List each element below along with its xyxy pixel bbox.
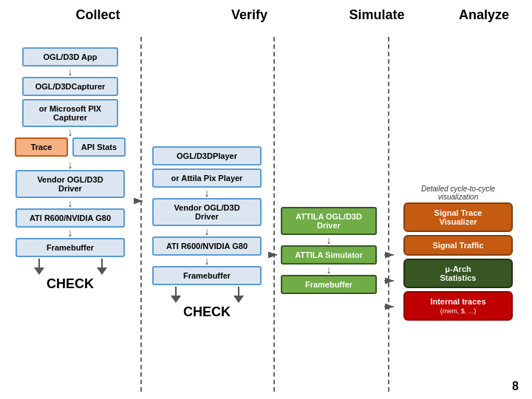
sim-framebuffer: Framebuffer — [281, 275, 377, 294]
collect-vendor-driver: Vendor OGL/D3DDriver — [16, 170, 125, 198]
uarch-statistics: μ-ArchStatistics — [403, 259, 513, 288]
phase-verify: Verify — [181, 7, 318, 23]
verify-arrow-framebuffer: ↓ — [144, 256, 270, 266]
phase-analyze: Analyze — [436, 7, 532, 23]
trace-box: Trace — [15, 137, 68, 157]
arrow-driver-gpu: ↓ — [7, 198, 133, 208]
arrow-app-capturer: ↓ — [7, 66, 133, 77]
verify-column: OGL/D3DPlayer or Attila Pix Player ↓ Ven… — [144, 44, 270, 384]
page-number: 8 — [512, 380, 519, 393]
verify-gpu: ATI R600/NVIDIA G80 — [152, 236, 262, 256]
internal-traces: Internal traces(mem, $, ...) — [403, 291, 513, 321]
collect-gpu: ATI R600/NVIDIA G80 — [16, 208, 125, 228]
main-content: OGL/D3D App ↓ OGL/D3DCapturer or Microso… — [0, 37, 532, 392]
phase-simulate: Simulate — [325, 7, 429, 23]
detail-text: Detailed cycle-to-cyclevisualization — [395, 185, 521, 201]
arrow-trace-driver: ↓ — [7, 160, 133, 170]
collect-check-arrow-left — [34, 267, 44, 275]
collect-check: CHECK — [7, 276, 133, 292]
ogl-app-box: OGL/D3D App — [22, 47, 118, 66]
collect-check-arrow-right — [97, 267, 107, 275]
verify-check: CHECK — [144, 304, 270, 320]
collect-framebuffer: Framebuffer — [16, 238, 125, 257]
phase-collect: Collect — [30, 7, 166, 23]
api-stats-box: API Stats — [72, 137, 126, 157]
verify-vendor-driver: Vendor OGL/D3DDriver — [152, 198, 262, 226]
verify-framebuffer: Framebuffer — [152, 266, 262, 285]
attila-simulator-box: ATTILA Simulator — [281, 245, 377, 265]
ogl-capturer-box: OGL/D3DCapturer — [22, 77, 118, 96]
verify-arrow-gpu: ↓ — [144, 226, 270, 236]
attila-driver-box: ATTILA OGL/D3DDriver — [281, 207, 377, 235]
verify-check-arrow-left — [171, 296, 181, 303]
arrow-capturer-trace: ↓ — [7, 127, 133, 137]
verify-check-arrow-right — [233, 296, 244, 303]
attila-player-box: or Attila Pix Player — [152, 168, 262, 188]
arrow-gpu-framebuffer: ↓ — [7, 228, 133, 238]
signal-traffic: Signal Traffic — [403, 235, 513, 256]
sim-arrow-framebuffer: ↓ — [277, 265, 381, 275]
signal-trace-visualizer: Signal TraceVisualizer — [403, 202, 513, 232]
verify-arrow-driver: ↓ — [144, 188, 270, 198]
microsoft-pix-box: or Microsoft PIXCapturer — [22, 99, 118, 127]
sim-arrow-simulator: ↓ — [277, 235, 381, 245]
ogl-player-box: OGL/D3DPlayer — [152, 146, 262, 166]
analyze-column: Detailed cycle-to-cyclevisualization Sig… — [395, 44, 521, 384]
simulate-column: ATTILA OGL/D3DDriver ↓ ATTILA Simulator … — [277, 44, 381, 384]
collect-column: OGL/D3D App ↓ OGL/D3DCapturer or Microso… — [7, 44, 133, 384]
